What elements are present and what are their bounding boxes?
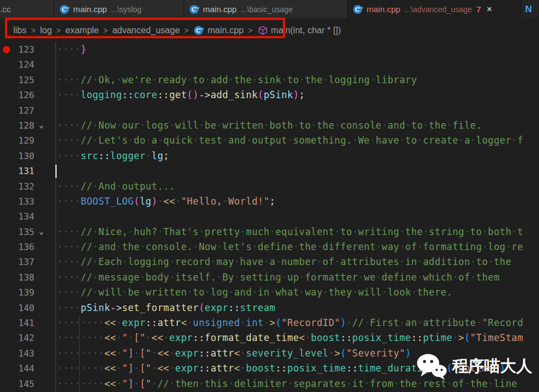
wechat-icon	[416, 353, 447, 380]
code-line-126[interactable]: 126····logging::core::get()->add_sink(pS…	[0, 88, 539, 103]
code-text: ········<<·"·["·<<·expr::format_date_tim…	[57, 330, 523, 345]
line-number[interactable]: 141	[0, 315, 34, 330]
tab-main-cpp-syslog[interactable]: C++main.cpp...\syslog	[54, 0, 184, 18]
code-line-140[interactable]: 140····pSink->set_formatter(expr::stream	[0, 301, 539, 315]
tab-path: ...\advanced_usage	[404, 5, 472, 14]
fold-chevron-icon[interactable]: ⌄	[39, 118, 44, 132]
code-line-136[interactable]: 136····//·and·the·console.·Now·let's·def…	[0, 240, 539, 254]
code-line-129[interactable]: 129····//·Let's·do·a·quick·test·and·outp…	[0, 133, 539, 148]
code-line-130[interactable]: 130····src::logger·lg;	[0, 149, 539, 164]
tab-main-cpp-basicusage[interactable]: C++main.cpp...\basic_usage	[184, 0, 348, 18]
code-text: ····pSink->set_formatter(expr::stream	[57, 301, 276, 315]
code-text: ····BOOST_LOG(lg)·<<·"Hello,·World!";	[57, 194, 276, 209]
code-text: ····//·Nice,·huh?·That's·pretty·much·equ…	[57, 225, 523, 240]
line-number[interactable]: 140	[0, 301, 34, 315]
code-line-134[interactable]: 134	[0, 209, 539, 224]
code-text: ····logging::core::get()->add_sink(pSink…	[57, 88, 305, 103]
code-line-138[interactable]: 138····//·message·body·itself.·By·settin…	[0, 270, 539, 285]
code-line-125[interactable]: 125····//·Ok,·we're·ready·to·add·the·sin…	[0, 73, 539, 88]
line-number[interactable]: 127	[0, 103, 34, 118]
code-text: ····//·message·body·itself.·By·setting·u…	[57, 270, 500, 285]
line-number[interactable]: 129	[0, 133, 34, 148]
code-text: ····//·Each·logging·record·may·have·a·nu…	[57, 254, 511, 269]
code-line-128[interactable]: 128⌄····//·Now·our·logs·will·be·written·…	[0, 118, 539, 133]
code-text: ········<<·"]·["·<<·expr::attr<·severity…	[57, 346, 411, 361]
svg-text:++: ++	[358, 6, 363, 9]
code-text: ····//·and·the·console.·Now·let's·define…	[57, 240, 523, 254]
code-text: ····//·Now·our·logs·will·be·written·both…	[57, 118, 482, 133]
tab-t-cc[interactable]: t.cc	[0, 0, 54, 18]
tab-main-cpp-advancedusage[interactable]: C++main.cpp...\advanced_usage7×	[348, 0, 521, 18]
line-number[interactable]: 128	[0, 118, 34, 133]
tab-filename: main.cpp	[367, 4, 400, 14]
code-line-139[interactable]: 139····//·will·be·written·to·log·and·in·…	[0, 285, 539, 300]
line-number[interactable]: 131	[0, 164, 34, 179]
vscode-window: t.ccC++main.cpp...\syslogC++main.cpp...\…	[0, 0, 539, 392]
cpp-file-icon: C++	[184, 4, 199, 14]
svg-text:++: ++	[195, 6, 199, 9]
code-line-137[interactable]: 137····//·Each·logging·record·may·have·a…	[0, 254, 539, 269]
code-line-132[interactable]: 132····//·And·output...	[0, 179, 539, 194]
line-number[interactable]: 143	[0, 346, 34, 361]
code-line-142[interactable]: 142········<<·"·["·<<·expr::format_date_…	[0, 330, 539, 345]
line-number[interactable]: 132	[0, 179, 34, 194]
watermark-text: 程序喵大人	[452, 355, 532, 378]
line-number[interactable]: 144	[0, 361, 34, 376]
code-line-141[interactable]: 141········<<·expr::attr<·unsigned·int·>…	[0, 315, 539, 330]
code-line-123[interactable]: 123····}	[0, 42, 539, 57]
tab-filename: t.cc	[0, 4, 11, 14]
tab-filename: main.cpp	[73, 4, 107, 14]
tab-filename: N	[525, 4, 532, 15]
problems-count-badge: 7	[476, 4, 481, 14]
code-line-135[interactable]: 135⌄····//·Nice,·huh?·That's·pretty·much…	[0, 225, 539, 240]
line-number[interactable]: 136	[0, 240, 34, 254]
line-number[interactable]: 124	[0, 57, 34, 72]
code-text: ····//·Let's·do·a·quick·test·and·output·…	[57, 133, 523, 148]
line-number[interactable]: 125	[0, 73, 34, 88]
line-number[interactable]: 133	[0, 194, 34, 209]
tab-path: ...\basic_usage	[241, 5, 293, 14]
code-text: ····//·will·be·written·to·log·and·in·wha…	[57, 285, 452, 300]
cpp-file-icon: C++	[54, 4, 69, 14]
code-text: ····//·Ok,·we're·ready·to·add·the·sink·t…	[57, 73, 417, 88]
line-number[interactable]: 130	[0, 149, 34, 164]
line-number[interactable]: 126	[0, 88, 34, 103]
line-number[interactable]: 134	[0, 209, 34, 224]
close-icon[interactable]: ×	[486, 4, 492, 14]
code-text: ········<<·expr::attr<·unsigned·int·>("R…	[57, 315, 523, 330]
line-number[interactable]: 145	[0, 376, 34, 391]
line-number[interactable]: 137	[0, 254, 34, 269]
code-line-131[interactable]: 131	[0, 164, 539, 179]
text-cursor	[55, 165, 57, 178]
code-line-124[interactable]: 124	[0, 57, 539, 72]
cpp-file-icon: C++	[348, 4, 363, 14]
watermark: 程序喵大人	[416, 353, 532, 380]
code-line-133[interactable]: 133····BOOST_LOG(lg)·<<·"Hello,·World!";	[0, 194, 539, 209]
svg-text:++: ++	[65, 6, 69, 9]
tab-filename: main.cpp	[203, 4, 237, 14]
annotation-highlight-box	[5, 18, 285, 38]
code-text: ····//·And·output...	[57, 179, 175, 194]
code-lines: 123····}124125····//·Ok,·we're·ready·to·…	[0, 42, 539, 391]
tab-bar: t.ccC++main.cpp...\syslogC++main.cpp...\…	[0, 0, 539, 18]
fold-chevron-icon[interactable]: ⌄	[39, 225, 44, 238]
code-text: ····src::logger·lg;	[57, 149, 169, 164]
line-number[interactable]: 142	[0, 330, 34, 345]
line-number[interactable]: 138	[0, 270, 34, 285]
code-line-127[interactable]: 127	[0, 103, 539, 118]
breakpoint-icon[interactable]	[3, 46, 10, 53]
code-text: ····}	[57, 42, 87, 57]
line-number[interactable]: 139	[0, 285, 34, 300]
editor[interactable]: 123····}124125····//·Ok,·we're·ready·to·…	[0, 42, 539, 392]
tab-path: ...\syslog	[111, 5, 141, 14]
line-number[interactable]: 135	[0, 225, 34, 240]
tab-n[interactable]: N	[521, 0, 539, 18]
